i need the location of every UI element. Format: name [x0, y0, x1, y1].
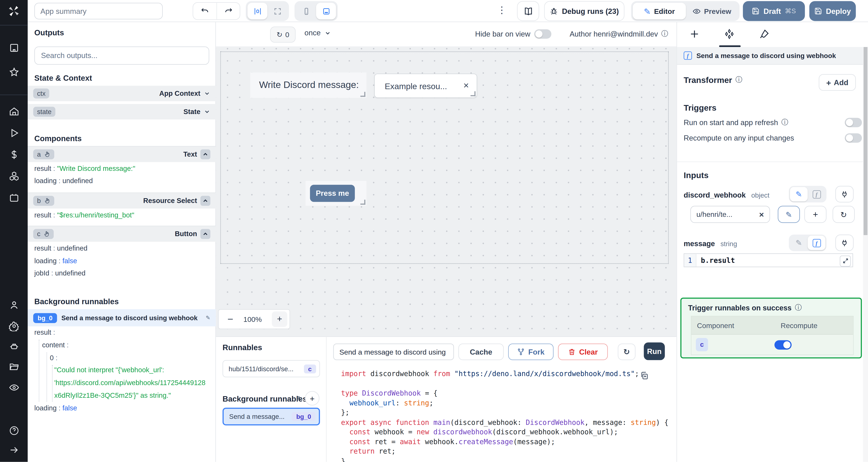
schedules-calendar-icon[interactable]: [0, 188, 28, 207]
collapse-button[interactable]: [200, 229, 210, 239]
ctx-badge: ctx: [33, 89, 50, 99]
input1-connect-plug-icon[interactable]: [835, 186, 854, 203]
component-a-header[interactable]: a Text: [28, 146, 216, 162]
copy-code-icon[interactable]: [640, 371, 649, 380]
fullscreen-button[interactable]: [268, 3, 287, 20]
eval-fx-icon[interactable]: f: [808, 187, 826, 201]
frequency-dropdown[interactable]: once: [304, 29, 331, 37]
active-tab-underline: [719, 45, 741, 47]
run-button[interactable]: Run: [644, 342, 665, 360]
info-icon[interactable]: ⓘ: [661, 29, 668, 39]
help-question-icon[interactable]: [0, 421, 28, 440]
more-options-kebab[interactable]: ⋮: [497, 4, 506, 16]
bg0-header[interactable]: bg_0 Send a message to discord using web…: [28, 309, 216, 326]
input1-resource-select[interactable]: u/henri/te... ×: [690, 206, 770, 223]
draft-button[interactable]: Draft ⌘S: [743, 1, 805, 21]
debug-runs-button[interactable]: Debug runs (23): [544, 1, 624, 21]
state-row[interactable]: state State: [28, 104, 216, 120]
trigger-runnables-success-section: Trigger runnables on success ⓘ Component…: [680, 298, 862, 358]
add-transformer-button[interactable]: + Add: [819, 74, 856, 91]
clear-x-icon[interactable]: ×: [463, 80, 469, 91]
home-icon[interactable]: [0, 102, 28, 121]
desktop-view-button[interactable]: [316, 3, 336, 20]
fork-button[interactable]: Fork: [508, 343, 554, 360]
bg0-error-line: 'https://discord.com/api/webhooks/117254…: [54, 379, 206, 387]
app-summary-input[interactable]: [34, 3, 163, 20]
static-pencil-icon[interactable]: ✎: [790, 236, 808, 250]
press-me-button[interactable]: Press me: [310, 185, 355, 202]
static-pencil-icon[interactable]: ✎: [790, 187, 808, 201]
panel-scrollbar[interactable]: [863, 47, 868, 462]
tab-editor[interactable]: ✎ Editor: [633, 3, 686, 20]
chevron-down-icon[interactable]: [204, 90, 210, 97]
edit-resource-pencil-button[interactable]: ✎: [778, 206, 800, 223]
settings-gear-icon[interactable]: [0, 317, 28, 335]
scrollbar-thumb[interactable]: [864, 47, 867, 235]
workers-robot-icon[interactable]: [0, 337, 28, 356]
add-background-runnable-button[interactable]: +: [305, 391, 319, 405]
script-name-input[interactable]: [333, 343, 454, 360]
output-key: loading: [34, 257, 62, 265]
users-person-icon[interactable]: [0, 295, 28, 314]
undo-button[interactable]: [193, 3, 217, 20]
edit-pencil-icon[interactable]: ✎: [206, 315, 210, 321]
eval-fx-icon[interactable]: f: [808, 236, 826, 250]
clear-button[interactable]: Clear: [558, 343, 608, 360]
input2-connect-plug-icon[interactable]: [835, 234, 854, 251]
input1-type: object: [751, 191, 769, 199]
runnable-item-selected[interactable]: Send a message... bg_0: [223, 408, 320, 425]
workspace-icon[interactable]: [0, 38, 28, 57]
component-b-header[interactable]: b Resource Select: [28, 193, 216, 209]
resources-cubes-icon[interactable]: [0, 166, 28, 185]
collapse-button[interactable]: [200, 196, 210, 206]
search-outputs-input[interactable]: [34, 46, 209, 65]
recompute-c-toggle[interactable]: [774, 340, 792, 349]
hide-bar-toggle[interactable]: [534, 29, 551, 39]
collapse-button[interactable]: [200, 150, 210, 159]
info-icon[interactable]: ⓘ: [795, 303, 802, 312]
mobile-view-button[interactable]: [296, 3, 316, 20]
input2-expression-editor[interactable]: 1 b.result: [684, 253, 853, 267]
ctx-row[interactable]: ctx App Context: [28, 86, 216, 101]
collapse-arrow-icon[interactable]: [0, 440, 28, 459]
refresh-count-button[interactable]: ↻ 0: [270, 27, 296, 42]
folders-icon[interactable]: [0, 357, 28, 376]
tab-component-settings-icon[interactable]: [724, 29, 735, 40]
text-component[interactable]: Write Discord message:: [250, 72, 367, 98]
zoom-out-button[interactable]: −: [227, 314, 233, 325]
runs-play-icon[interactable]: [0, 123, 28, 142]
docs-book-button[interactable]: [517, 1, 539, 21]
windmill-logo[interactable]: [0, 0, 28, 22]
refresh-resource-button[interactable]: ↻: [833, 206, 855, 223]
variables-dollar-icon[interactable]: [0, 145, 28, 164]
tab-insert-plus-icon[interactable]: [689, 29, 700, 40]
runnable-item[interactable]: hub/1511/discord/se... c: [223, 360, 320, 377]
component-c-header[interactable]: c Button: [28, 226, 216, 242]
refresh-script-button[interactable]: ↻: [618, 343, 636, 360]
deploy-button[interactable]: Deploy: [809, 1, 856, 21]
clear-x-icon[interactable]: ×: [759, 209, 764, 219]
hide-bar-label: Hide bar on view: [475, 30, 530, 38]
deploy-label: Deploy: [826, 7, 851, 15]
code-content[interactable]: import discordwebhook from "https://deno…: [341, 369, 677, 462]
info-icon[interactable]: ⓘ: [781, 118, 788, 127]
tab-preview[interactable]: Preview: [686, 3, 738, 20]
hand-pointer-icon: [43, 231, 50, 237]
info-icon[interactable]: ⓘ: [735, 75, 742, 85]
add-resource-button[interactable]: +: [804, 206, 827, 223]
chevron-down-icon[interactable]: [204, 108, 210, 115]
expand-editor-icon[interactable]: [840, 255, 851, 266]
redo-button[interactable]: [216, 3, 240, 20]
audit-eye-icon[interactable]: [0, 378, 28, 397]
favorites-star-icon[interactable]: [0, 62, 28, 81]
zoom-in-button[interactable]: +: [272, 311, 287, 327]
center-align-button[interactable]: [248, 3, 268, 20]
components-title: Components: [34, 134, 82, 143]
run-on-start-toggle[interactable]: [845, 118, 862, 127]
settings-tabs: [677, 22, 868, 47]
app-canvas[interactable]: Write Discord message: Example resou... …: [216, 47, 676, 336]
cache-button[interactable]: Cache: [458, 343, 504, 360]
tab-styling-brush-icon[interactable]: [759, 29, 770, 40]
resource-select-component[interactable]: Example resou... ×: [374, 73, 477, 98]
recompute-toggle[interactable]: [845, 133, 862, 143]
